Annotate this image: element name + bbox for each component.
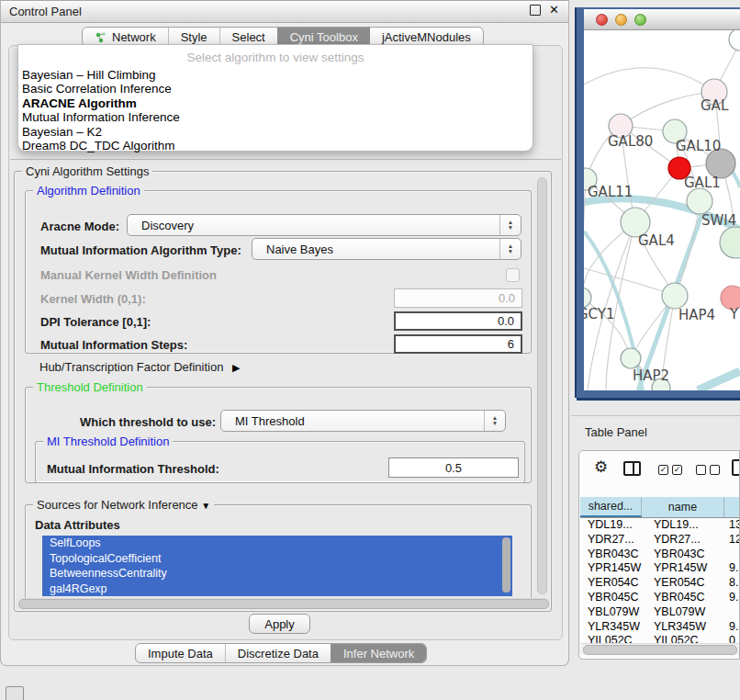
mi-threshold-field[interactable]: 0.5 — [388, 457, 519, 478]
columns-icon[interactable] — [623, 461, 641, 476]
sources-group: Sources for Network Inference ▼ Data Att… — [25, 504, 532, 607]
close-icon[interactable]: ✕ — [549, 4, 559, 17]
network-node[interactable] — [687, 188, 712, 214]
algorithm-dropdown-placeholder: Select algorithm to view settings — [18, 51, 533, 64]
apply-button[interactable]: Apply — [249, 614, 310, 634]
network-window-titlebar[interactable] — [584, 9, 740, 30]
table-row[interactable]: YBR045CYBR045C9. — [580, 591, 740, 605]
aracne-mode-select[interactable]: Discovery ▲▼ — [127, 214, 521, 236]
table-row[interactable]: YDR27...YDR27...12 — [580, 533, 740, 548]
column-header[interactable]: shared... — [580, 497, 642, 517]
which-threshold-select[interactable]: MI Threshold ▲▼ — [220, 410, 506, 432]
table-row[interactable]: YBR043CYBR043C — [580, 548, 740, 562]
settings-hscrollbar[interactable] — [16, 598, 550, 608]
algorithm-option[interactable]: Bayesian – Hill Climbing — [18, 68, 533, 82]
attributes-scrollbar[interactable] — [502, 537, 510, 593]
node-label: SWI4 — [701, 212, 736, 229]
attribute-item-selected[interactable]: BetweennessCentrality — [42, 566, 512, 581]
algorithm-option-highlighted[interactable]: ARACNE Algorithm — [18, 96, 533, 110]
network-node[interactable] — [584, 288, 591, 308]
attribute-item-selected[interactable]: TopologicalCoefficient — [42, 551, 512, 567]
tab-style[interactable]: Style — [168, 28, 219, 46]
network-view-window: GAL GAL80 GAL10 GAL1 GAL11 SWI4 GAL4 GCY… — [577, 7, 740, 398]
group-title: MI Threshold Definition — [43, 435, 173, 448]
tab-discretize-data[interactable]: Discretize Data — [225, 644, 331, 662]
kernel-width-value: 0.0 — [499, 291, 515, 305]
tab-label: Cyni Toolbox — [290, 30, 358, 44]
float-panel-icon[interactable] — [530, 5, 541, 16]
tab-label: jActiveMNodules — [382, 30, 471, 44]
gear-icon[interactable]: ⚙ — [594, 459, 608, 475]
column-header[interactable]: name — [642, 497, 724, 517]
table-row[interactable]: YPR145WYPR145W9. — [580, 561, 740, 576]
table-row[interactable]: YBL079WYBL079W — [580, 605, 740, 620]
tab-network[interactable]: Network — [83, 28, 168, 46]
dpi-tolerance-label: DPI Tolerance [0,1]: — [40, 315, 151, 329]
divider — [571, 415, 740, 416]
network-node[interactable] — [720, 227, 740, 258]
kernel-width-label: Kernel Width (0,1): — [40, 292, 146, 306]
minimize-traffic-light[interactable] — [615, 14, 627, 26]
network-node[interactable] — [729, 30, 740, 51]
expand-right-icon[interactable]: ▶ — [232, 362, 240, 373]
attribute-item-selected[interactable]: SelfLoops — [42, 536, 512, 551]
network-canvas[interactable]: GAL GAL80 GAL10 GAL1 GAL11 SWI4 GAL4 GCY… — [584, 30, 740, 390]
mi-steps-field[interactable]: 6 — [394, 334, 522, 354]
algorithm-option[interactable]: Mutual Information Inference — [18, 110, 533, 124]
kernel-width-field[interactable]: 0.0 — [394, 288, 522, 308]
node-label: GCY1 — [584, 306, 615, 322]
unchecked-checkbox-icon[interactable] — [696, 465, 706, 475]
tab-impute-data[interactable]: Impute Data — [136, 644, 225, 662]
divider — [10, 159, 561, 160]
tab-cyni-toolbox[interactable]: Cyni Toolbox — [277, 28, 370, 46]
unchecked-checkbox-icon[interactable] — [710, 465, 720, 475]
network-node[interactable] — [662, 283, 688, 309]
mi-steps-label: Mutual Information Steps: — [40, 338, 187, 352]
document-icon[interactable] — [732, 459, 740, 476]
checked-checkbox-icon[interactable]: ✓ — [672, 465, 682, 475]
manual-kernel-width-checkbox[interactable] — [506, 268, 520, 282]
mi-algorithm-type-select[interactable]: Naive Bayes ▲▼ — [252, 238, 521, 260]
threshold-definition-group: Threshold Definition Which threshold to … — [25, 387, 532, 483]
mi-algorithm-type-value: Naive Bayes — [252, 243, 499, 256]
table-row[interactable]: YDL19...YDL19...13 — [580, 518, 740, 533]
dpi-tolerance-value: 0.0 — [498, 314, 514, 328]
zoom-traffic-light[interactable] — [634, 14, 646, 26]
algorithm-definition-group: Algorithm Definition Aracne Mode: Discov… — [25, 190, 532, 354]
minimized-panel-icon[interactable] — [6, 686, 24, 700]
sources-toggle[interactable]: Sources for Network Inference ▼ — [33, 498, 214, 513]
algorithm-option[interactable]: Basic Correlation Inference — [18, 82, 533, 96]
algorithm-option[interactable]: Dream8 DC_TDC Algorithm — [18, 139, 533, 152]
table-panel: ⚙ ✓ ✓ shared... name YDL19...YDL19...13 … — [578, 450, 740, 660]
mi-algorithm-type-label: Mutual Information Algorithm Type: — [40, 243, 241, 257]
expand-down-icon[interactable]: ▼ — [201, 501, 210, 511]
attribute-item-selected[interactable]: gal4RGexp — [42, 581, 512, 597]
table-row[interactable]: YLR345WYLR345W9. — [580, 620, 740, 635]
node-label: HAP4 — [678, 307, 715, 323]
mi-steps-value: 6 — [508, 337, 514, 351]
dpi-tolerance-field[interactable]: 0.0 — [394, 311, 522, 331]
data-attributes-list: SelfLoops TopologicalCoefficient Between… — [42, 536, 512, 596]
network-node[interactable] — [621, 348, 641, 368]
close-traffic-light[interactable] — [596, 14, 608, 26]
settings-scrollbar[interactable] — [537, 177, 547, 594]
tab-label: Network — [112, 30, 156, 44]
table-hscrollbar[interactable] — [580, 643, 740, 655]
node-label: GAL11 — [588, 184, 633, 200]
algorithm-option[interactable]: Bayesian – K2 — [18, 125, 533, 139]
apply-label: Apply — [264, 617, 295, 631]
tab-label: Style — [181, 30, 207, 44]
checked-checkbox-icon[interactable]: ✓ — [658, 465, 668, 475]
tab-select[interactable]: Select — [219, 28, 277, 46]
column-header[interactable] — [724, 497, 740, 517]
app-stage: Control Panel ✕ Network Style Select Cyn — [0, 0, 740, 700]
tab-infer-network[interactable]: Infer Network — [331, 644, 426, 662]
group-title: Cyni Algorithm Settings — [22, 164, 152, 178]
group-title: Threshold Definition — [33, 380, 147, 394]
table-row[interactable]: YER054CYER054C8. — [580, 576, 740, 591]
table-panel-title: Table Panel — [585, 425, 647, 439]
hub-definition-toggle[interactable]: Hub/Transcription Factor Definition ▶ — [39, 360, 240, 374]
node-label: GAL10 — [676, 138, 721, 154]
tab-jactivemnodules[interactable]: jActiveMNodules — [370, 28, 483, 46]
table-body: YDL19...YDL19...13 YDR27...YDR27...12 YB… — [580, 518, 740, 649]
